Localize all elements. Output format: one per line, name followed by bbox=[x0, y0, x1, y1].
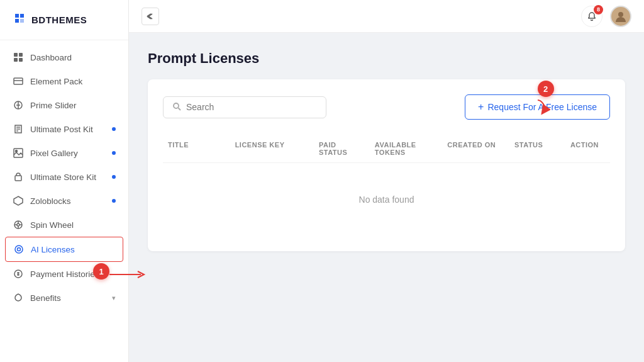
plus-icon: + bbox=[478, 101, 484, 113]
sidebar-item-label: Ultimate Post Kit bbox=[30, 125, 93, 134]
request-free-license-button[interactable]: + Request For A Free License bbox=[465, 94, 610, 120]
svg-point-33 bbox=[174, 103, 179, 108]
nav-dot-indicator bbox=[112, 127, 116, 131]
svg-point-17 bbox=[17, 223, 19, 226]
svg-rect-4 bbox=[14, 78, 23, 84]
sidebar-item-element-pack[interactable]: Element Pack bbox=[0, 69, 128, 93]
sidebar-item-payment-histories[interactable]: Payment Histories bbox=[0, 262, 128, 286]
pixel-gallery-icon bbox=[13, 147, 24, 159]
payment-histories-icon bbox=[13, 268, 24, 280]
nav-dot-indicator bbox=[112, 199, 116, 203]
sidebar-item-zoloblocks[interactable]: Zoloblocks bbox=[0, 189, 128, 213]
card-toolbar: 2 bbox=[163, 94, 610, 120]
sidebar-item-label: Zoloblocks bbox=[30, 196, 71, 206]
th-status: STATUS bbox=[509, 141, 565, 156]
sidebar: BDTHEMES Dashboard bbox=[0, 0, 129, 362]
dashboard-icon bbox=[13, 52, 24, 63]
table-header: TITLE LICENSE KEY PAID STATUS AVAILABLE … bbox=[163, 135, 610, 163]
sidebar-item-label: Ultimate Store Kit bbox=[30, 173, 96, 182]
brand-logo: BDTHEMES bbox=[0, 0, 128, 40]
svg-rect-14 bbox=[15, 176, 21, 181]
sidebar-item-label: Element Pack bbox=[30, 77, 82, 86]
search-input[interactable] bbox=[186, 102, 317, 112]
zoloblocks-icon bbox=[13, 195, 24, 206]
svg-point-32 bbox=[618, 12, 623, 17]
svg-rect-3 bbox=[19, 58, 23, 62]
request-button-label: Request For A Free License bbox=[487, 102, 597, 112]
notification-badge: 8 bbox=[594, 5, 603, 14]
brand-icon bbox=[13, 11, 26, 28]
sidebar-item-benefits[interactable]: Benefits ▾ bbox=[0, 286, 128, 310]
element-pack-icon bbox=[13, 76, 24, 87]
sidebar-item-label: AI Licenses bbox=[31, 245, 75, 254]
sidebar-item-label: Prime Slider bbox=[30, 101, 77, 110]
sidebar-item-pixel-gallery[interactable]: Pixel Gallery bbox=[0, 141, 128, 165]
ultimate-post-kit-icon bbox=[13, 123, 24, 135]
sidebar-item-label: Spin Wheel bbox=[30, 220, 74, 230]
empty-message: No data found bbox=[359, 195, 414, 205]
th-title: TITLE bbox=[163, 141, 230, 156]
sidebar-item-prime-slider[interactable]: Prime Slider bbox=[0, 93, 128, 117]
svg-rect-0 bbox=[14, 53, 18, 57]
th-available-tokens: AVAILABLE TOKENS bbox=[370, 141, 443, 156]
ai-licenses-icon bbox=[13, 244, 25, 255]
sidebar-collapse-button[interactable] bbox=[142, 8, 159, 25]
sidebar-item-label: Benefits bbox=[30, 293, 61, 303]
main-nav: Dashboard Element Pack bbox=[0, 40, 128, 315]
nav-dot-indicator bbox=[112, 175, 116, 179]
sidebar-item-ai-licenses[interactable]: AI Licenses bbox=[5, 237, 123, 262]
nav-dot-indicator bbox=[112, 151, 116, 155]
sidebar-item-label: Pixel Gallery bbox=[30, 149, 78, 158]
svg-rect-1 bbox=[19, 53, 23, 57]
search-icon bbox=[172, 102, 181, 113]
brand-name: BDTHEMES bbox=[31, 14, 87, 25]
page-body: Prompt Licenses 2 bbox=[129, 33, 644, 362]
empty-state: No data found bbox=[163, 163, 610, 236]
sidebar-item-ultimate-store-kit[interactable]: Ultimate Store Kit bbox=[0, 165, 128, 189]
th-action: ACTION bbox=[565, 141, 610, 156]
spin-wheel-icon bbox=[13, 219, 24, 230]
svg-line-34 bbox=[179, 108, 181, 110]
svg-rect-2 bbox=[14, 58, 18, 62]
page-title: Prompt Licenses bbox=[148, 50, 625, 67]
ultimate-store-kit-icon bbox=[13, 171, 24, 183]
th-paid-status: PAID STATUS bbox=[314, 141, 370, 156]
chevron-down-icon: ▾ bbox=[112, 294, 116, 302]
sidebar-item-label: Dashboard bbox=[30, 53, 72, 62]
sidebar-item-dashboard[interactable]: Dashboard bbox=[0, 45, 128, 69]
th-created-on: CREATED ON bbox=[442, 141, 509, 156]
main-content: 8 Prompt Licenses bbox=[129, 0, 644, 362]
search-box bbox=[163, 96, 326, 118]
sidebar-item-label: Payment Histories bbox=[30, 269, 99, 279]
avatar[interactable] bbox=[610, 6, 631, 27]
sidebar-item-spin-wheel[interactable]: Spin Wheel bbox=[0, 213, 128, 237]
annotation-2: 2 bbox=[538, 81, 554, 97]
notification-button[interactable]: 8 bbox=[581, 6, 602, 27]
th-license-key: LICENSE KEY bbox=[230, 141, 314, 156]
prime-slider-icon bbox=[13, 99, 24, 111]
topbar: 8 bbox=[129, 0, 644, 33]
svg-point-22 bbox=[15, 246, 23, 253]
licenses-card: 2 bbox=[148, 79, 625, 251]
sidebar-item-ultimate-post-kit[interactable]: Ultimate Post Kit bbox=[0, 117, 128, 141]
benefits-icon bbox=[13, 292, 24, 303]
svg-marker-15 bbox=[14, 196, 23, 205]
svg-point-23 bbox=[18, 248, 21, 251]
